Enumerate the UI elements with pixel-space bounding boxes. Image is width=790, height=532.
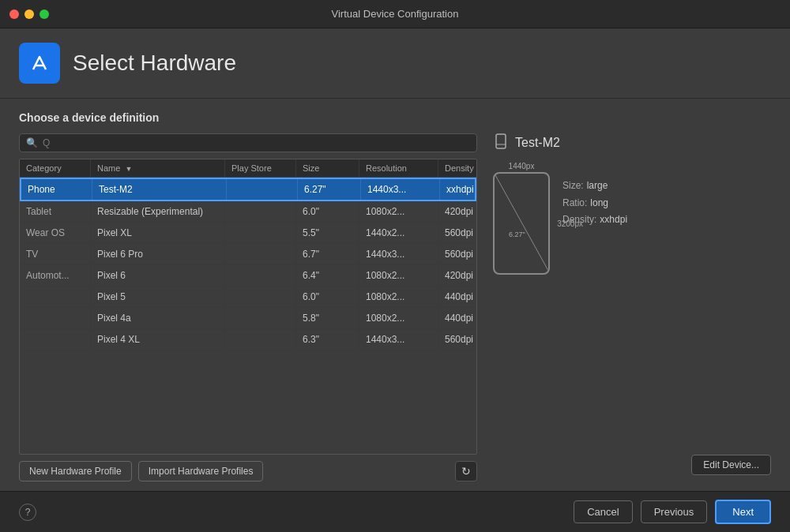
footer: ? Cancel Previous Next bbox=[0, 491, 790, 532]
cell-density: 560dpi bbox=[438, 244, 477, 264]
spec-ratio-row: Ratio: long bbox=[562, 195, 627, 212]
cell-name: Pixel 6 Pro bbox=[91, 244, 225, 264]
edit-device-button[interactable]: Edit Device... bbox=[691, 455, 771, 475]
refresh-button[interactable]: ↻ bbox=[455, 461, 477, 481]
table-row[interactable]: Wear OS Pixel XL 5.5" 1440x2... 560dpi bbox=[20, 223, 476, 244]
cell-category: Phone bbox=[21, 179, 92, 200]
cell-size: 6.0" bbox=[296, 201, 359, 222]
table-row[interactable]: Pixel 4a 5.8" 1080x2... 440dpi bbox=[20, 308, 476, 329]
cell-size: 5.5" bbox=[296, 223, 359, 243]
width-label: 1440px bbox=[509, 162, 535, 170]
svg-text:6.27": 6.27" bbox=[509, 230, 525, 238]
cancel-button[interactable]: Cancel bbox=[574, 500, 632, 523]
table-row[interactable]: Automot... Pixel 6 6.4" 1080x2... 420dpi bbox=[20, 265, 476, 287]
cell-playstore bbox=[225, 287, 296, 307]
height-label: 3200px bbox=[557, 219, 583, 228]
cell-density: xxhdpi bbox=[440, 179, 477, 200]
cell-resolution: 1080x2... bbox=[359, 265, 438, 286]
cell-name: Test-M2 bbox=[92, 179, 227, 200]
panels: 🔍 Category Name ▼ Play Store Size Resolu… bbox=[19, 133, 771, 481]
cell-category: Automot... bbox=[20, 265, 91, 286]
help-icon: ? bbox=[25, 507, 31, 518]
search-icon: 🔍 bbox=[26, 137, 38, 148]
spec-ratio-value: long bbox=[590, 195, 608, 212]
right-panel: Test-M2 1440px 6.27" 3200px bbox=[493, 133, 771, 481]
spec-size-value: large bbox=[587, 178, 608, 195]
cell-category: TV bbox=[20, 244, 91, 264]
cell-playstore bbox=[225, 265, 296, 286]
cell-playstore bbox=[227, 179, 298, 200]
cell-category bbox=[20, 329, 91, 350]
table-row[interactable]: Pixel 5 6.0" 1080x2... 440dpi bbox=[20, 287, 476, 308]
cell-category: Wear OS bbox=[20, 223, 91, 243]
cell-playstore bbox=[225, 223, 296, 243]
col-name[interactable]: Name ▼ bbox=[91, 159, 225, 177]
device-preview-name: Test-M2 bbox=[515, 136, 560, 150]
traffic-lights bbox=[9, 9, 49, 19]
cell-resolution: 1440x3... bbox=[359, 329, 438, 350]
cell-size: 6.3" bbox=[296, 329, 359, 350]
close-button[interactable] bbox=[9, 9, 19, 19]
minimize-button[interactable] bbox=[24, 9, 34, 19]
import-hardware-profiles-button[interactable]: Import Hardware Profiles bbox=[138, 461, 264, 481]
cell-playstore bbox=[225, 201, 296, 222]
help-button[interactable]: ? bbox=[19, 504, 36, 521]
maximize-button[interactable] bbox=[40, 9, 49, 19]
device-preview-icon bbox=[493, 133, 509, 152]
section-title: Choose a device definition bbox=[19, 111, 771, 124]
next-button[interactable]: Next bbox=[715, 500, 771, 524]
cell-resolution: 1080x2... bbox=[359, 287, 438, 307]
search-box[interactable]: 🔍 bbox=[19, 133, 477, 152]
spec-ratio-label: Ratio: bbox=[562, 195, 587, 212]
spec-size-label: Size: bbox=[562, 178, 584, 195]
col-category: Category bbox=[20, 159, 91, 177]
device-diagram-area: 1440px 6.27" 3200px bbox=[493, 162, 771, 442]
cell-name: Pixel 4a bbox=[91, 308, 225, 328]
col-resolution: Resolution bbox=[359, 159, 438, 177]
left-panel: 🔍 Category Name ▼ Play Store Size Resolu… bbox=[19, 133, 477, 481]
search-input[interactable] bbox=[43, 137, 470, 148]
cell-size: 6.4" bbox=[296, 265, 359, 286]
cell-density: 440dpi bbox=[438, 287, 477, 307]
sort-icon: ▼ bbox=[125, 165, 132, 173]
cell-category: Tablet bbox=[20, 201, 91, 222]
previous-button[interactable]: Previous bbox=[641, 500, 708, 523]
cell-category bbox=[20, 287, 91, 307]
cell-resolution: 1440x3... bbox=[361, 179, 440, 200]
spec-density-value: xxhdpi bbox=[600, 212, 627, 229]
table-row[interactable]: Tablet Resizable (Experimental) 6.0" 108… bbox=[20, 201, 476, 223]
cell-playstore bbox=[225, 308, 296, 328]
cell-resolution: 1080x2... bbox=[359, 308, 438, 328]
table-body: Phone Test-M2 6.27" 1440x3... xxhdpi Tab… bbox=[20, 178, 476, 350]
col-density: Density bbox=[438, 159, 477, 177]
svg-rect-0 bbox=[27, 51, 52, 76]
cell-resolution: 1080x2... bbox=[359, 201, 438, 222]
cell-name: Pixel 5 bbox=[91, 287, 225, 307]
content-area: Choose a device definition 🔍 Category Na… bbox=[0, 99, 790, 491]
page-title: Select Hardware bbox=[73, 51, 236, 76]
new-hardware-profile-button[interactable]: New Hardware Profile bbox=[19, 461, 132, 481]
cell-playstore bbox=[225, 244, 296, 264]
table-header: Category Name ▼ Play Store Size Resoluti… bbox=[20, 159, 476, 178]
cell-playstore bbox=[225, 329, 296, 350]
cell-name: Pixel 4 XL bbox=[91, 329, 225, 350]
svg-rect-1 bbox=[496, 134, 506, 148]
device-table[interactable]: Category Name ▼ Play Store Size Resoluti… bbox=[19, 159, 477, 455]
table-row[interactable]: TV Pixel 6 Pro 6.7" 1440x3... 560dpi bbox=[20, 244, 476, 265]
cell-category bbox=[20, 308, 91, 328]
phone-outline: 6.27" bbox=[493, 172, 550, 275]
main-container: Select Hardware Choose a device definiti… bbox=[0, 28, 790, 532]
cell-size: 6.0" bbox=[296, 287, 359, 307]
window-title: Virtual Device Configuration bbox=[332, 8, 459, 20]
svg-line-3 bbox=[495, 174, 548, 273]
phone-diagram: 1440px 6.27" 3200px bbox=[493, 162, 550, 275]
title-bar: Virtual Device Configuration bbox=[0, 0, 790, 28]
col-size: Size bbox=[296, 159, 359, 177]
cell-size: 5.8" bbox=[296, 308, 359, 328]
phone-diagonal-svg: 6.27" bbox=[495, 174, 548, 273]
cell-density: 560dpi bbox=[438, 329, 477, 350]
table-row[interactable]: Pixel 4 XL 6.3" 1440x3... 560dpi bbox=[20, 329, 476, 350]
app-icon bbox=[19, 43, 60, 84]
table-row[interactable]: Phone Test-M2 6.27" 1440x3... xxhdpi bbox=[20, 178, 476, 201]
refresh-icon: ↻ bbox=[461, 465, 471, 478]
